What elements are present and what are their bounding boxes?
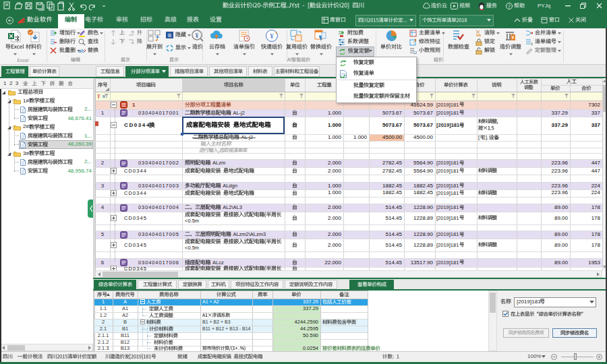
svg-text:¥: ¥ <box>270 32 274 40</box>
svg-text:¥: ¥ <box>196 32 199 39</box>
svg-text:Y: Y <box>97 94 101 99</box>
svg-text:123: 123 <box>531 42 533 46</box>
svg-text:ab: ab <box>78 48 84 54</box>
svg-text:B: B <box>168 33 171 38</box>
svg-text:?: ? <box>508 4 511 9</box>
svg-text:12: 12 <box>413 51 417 55</box>
svg-text:¥: ¥ <box>512 35 515 40</box>
